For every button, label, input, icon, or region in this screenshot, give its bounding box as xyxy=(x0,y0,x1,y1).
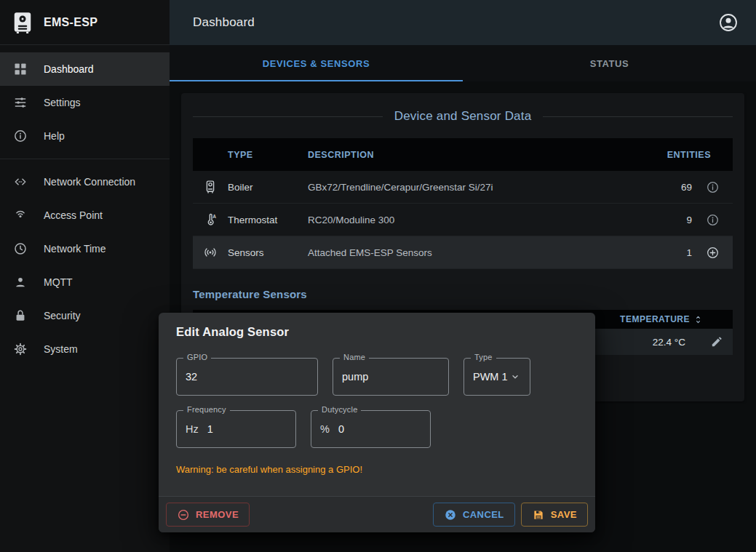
cancel-label: CANCEL xyxy=(463,509,504,520)
save-button[interactable]: SAVE xyxy=(521,503,588,527)
cancel-button[interactable]: CANCEL xyxy=(433,503,515,527)
frequency-input[interactable] xyxy=(207,423,287,435)
gpio-input[interactable] xyxy=(186,371,309,383)
edit-pencil-icon[interactable] xyxy=(710,336,723,348)
chevron-down-icon xyxy=(509,371,521,383)
tab-label: STATUS xyxy=(590,58,629,69)
tab-label: DEVICES & SENSORS xyxy=(263,58,370,69)
sidebar-item-label: Network Time xyxy=(44,243,106,255)
sidebar-nav: Dashboard Settings Help Network Connecti… xyxy=(0,45,170,366)
sidebar-item-label: Access Point xyxy=(44,209,103,221)
type-select[interactable]: Type PWM 1 xyxy=(463,358,530,396)
info-icon[interactable] xyxy=(692,180,733,194)
tab-status[interactable]: STATUS xyxy=(463,45,756,81)
dashboard-icon xyxy=(13,62,28,76)
svg-text:A: A xyxy=(212,214,216,219)
frequency-field[interactable]: Frequency Hz xyxy=(176,410,296,448)
gpio-field[interactable]: GPIO xyxy=(176,358,318,396)
appbar: Dashboard xyxy=(170,0,756,45)
table-row-sensors[interactable]: Sensors Attached EMS-ESP Sensors 1 xyxy=(193,236,733,269)
edit-analog-sensor-dialog: Edit Analog Sensor GPIO Name Type PWM 1 … xyxy=(159,313,595,532)
remove-label: REMOVE xyxy=(196,509,239,520)
device-type: Thermostat xyxy=(228,215,308,225)
sensors-icon xyxy=(193,245,228,260)
table-row-thermostat[interactable]: A Thermostat RC20/Moduline 300 9 xyxy=(193,204,733,236)
sidebar-item-help[interactable]: Help xyxy=(0,119,170,153)
sidebar-item-label: Network Connection xyxy=(44,176,135,188)
frequency-label: Frequency xyxy=(183,405,230,414)
dialog-fields-row-2: Frequency Hz Dutycycle % xyxy=(176,410,578,448)
app-title: EMS-ESP xyxy=(44,16,98,29)
sidebar-item-label: MQTT xyxy=(44,276,73,288)
col-description: DESCRIPTION xyxy=(308,150,624,160)
page-title: Dashboard xyxy=(193,15,718,30)
device-type: Sensors xyxy=(228,247,308,258)
dialog-fields-row-1: GPIO Name Type PWM 1 xyxy=(176,358,578,396)
thermostat-icon: A xyxy=(193,212,228,227)
sidebar-item-settings[interactable]: Settings xyxy=(0,86,170,119)
access-point-icon xyxy=(13,208,28,223)
sidebar-item-system[interactable]: System xyxy=(0,332,170,366)
person-icon xyxy=(13,275,28,289)
info-icon[interactable] xyxy=(692,213,733,227)
table-row-boiler[interactable]: Boiler GBx72/Trendline/Cerapur/Greenstar… xyxy=(193,171,733,204)
gear-icon xyxy=(13,342,28,356)
sidebar-item-network-time[interactable]: Network Time xyxy=(0,232,170,265)
app-root: EMS-ESP Dashboard Settings Help Network … xyxy=(0,0,756,552)
temperature-sensors-title: Temperature Sensors xyxy=(193,288,733,303)
dutycycle-input[interactable] xyxy=(338,423,421,435)
sidebar-item-network-connection[interactable]: Network Connection xyxy=(0,165,170,199)
dialog-title: Edit Analog Sensor xyxy=(159,313,595,346)
account-circle-icon[interactable] xyxy=(718,12,739,33)
sidebar-item-security[interactable]: Security xyxy=(0,299,170,332)
save-floppy-icon xyxy=(532,508,545,521)
column-label: TEMPERATURE xyxy=(620,314,690,324)
device-entities: 69 xyxy=(645,182,692,193)
boiler-icon xyxy=(193,180,228,194)
device-description: GBx72/Trendline/Cerapur/Greenstar Si/27i xyxy=(308,182,645,193)
sidebar-item-dashboard[interactable]: Dashboard xyxy=(0,52,170,86)
tab-bar: DEVICES & SENSORS STATUS xyxy=(170,45,756,81)
sidebar-item-mqtt[interactable]: MQTT xyxy=(0,265,170,299)
frequency-unit: Hz xyxy=(186,423,199,435)
sidebar-item-label: System xyxy=(44,343,78,355)
device-entities: 9 xyxy=(645,215,692,225)
tab-devices-sensors[interactable]: DEVICES & SENSORS xyxy=(170,45,463,81)
type-label: Type xyxy=(471,353,496,361)
add-circle-icon[interactable] xyxy=(692,246,733,260)
ems-esp-logo-icon xyxy=(12,12,33,33)
dutycycle-label: Dutycycle xyxy=(318,405,361,414)
sidebar-header: EMS-ESP xyxy=(0,0,170,45)
type-value: PWM 1 xyxy=(473,371,508,383)
gpio-warning-text: Warning: be careful when assigning a GPI… xyxy=(176,464,578,475)
section-title: Device and Sensor Data xyxy=(394,109,532,124)
sidebar-item-label: Help xyxy=(44,130,65,142)
device-table: TYPE DESCRIPTION ENTITIES Boiler GBx72/T… xyxy=(193,138,733,269)
dutycycle-field[interactable]: Dutycycle % xyxy=(311,410,431,448)
device-type: Boiler xyxy=(228,182,308,193)
section-title-divider: Device and Sensor Data xyxy=(193,108,733,125)
gpio-label: GPIO xyxy=(183,353,211,361)
name-field[interactable]: Name xyxy=(333,358,449,396)
sidebar-item-access-point[interactable]: Access Point xyxy=(0,199,170,232)
dialog-actions: REMOVE CANCEL SAVE xyxy=(159,496,595,532)
save-label: SAVE xyxy=(551,509,577,520)
device-description: Attached EMS-ESP Sensors xyxy=(308,247,645,258)
sort-icon xyxy=(693,314,704,325)
device-entities: 1 xyxy=(645,247,692,258)
sidebar-item-label: Security xyxy=(44,310,81,321)
remove-button[interactable]: REMOVE xyxy=(166,503,250,527)
dutycycle-unit: % xyxy=(320,423,330,435)
name-input[interactable] xyxy=(342,371,439,383)
clock-icon xyxy=(13,241,28,256)
network-connection-icon xyxy=(13,175,28,189)
col-entities: ENTITIES xyxy=(624,150,733,160)
sidebar-divider xyxy=(0,159,170,159)
sidebar: EMS-ESP Dashboard Settings Help Network … xyxy=(0,0,170,552)
tune-icon xyxy=(13,95,28,110)
sidebar-item-label: Settings xyxy=(44,97,81,108)
lock-icon xyxy=(13,308,28,323)
col-type: TYPE xyxy=(228,150,308,160)
sidebar-item-label: Dashboard xyxy=(44,63,94,75)
remove-circle-icon xyxy=(177,508,190,521)
